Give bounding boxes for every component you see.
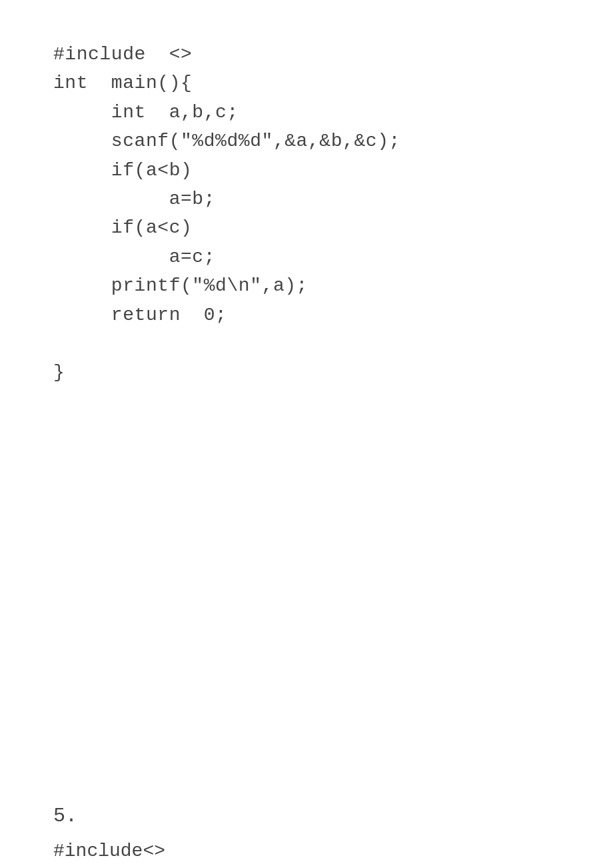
section-number: 5. bbox=[53, 801, 560, 832]
section-include-line: #include<> bbox=[53, 837, 560, 865]
code-block: #include <> int main(){ int a,b,c; scanf… bbox=[53, 40, 560, 387]
